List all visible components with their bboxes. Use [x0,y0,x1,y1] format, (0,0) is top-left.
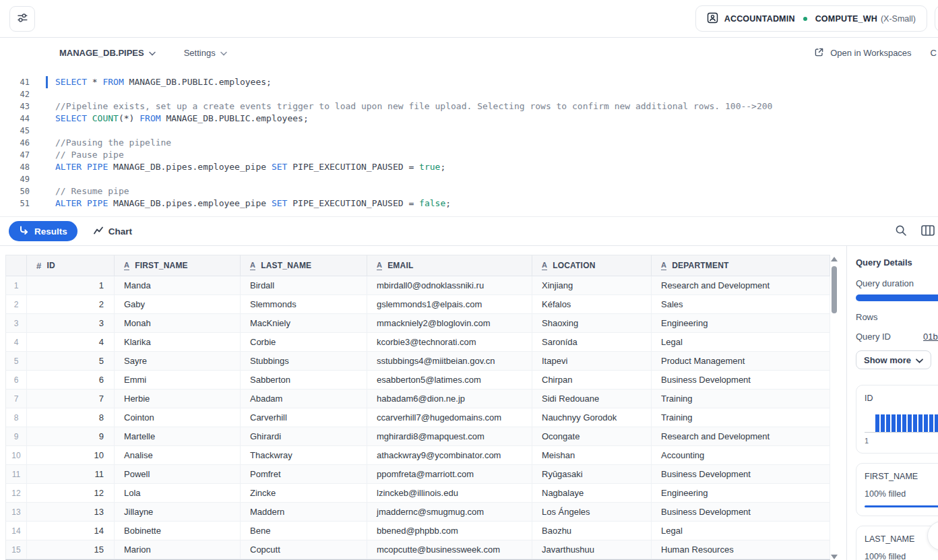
cell-department[interactable]: Engineering [652,484,830,503]
cell-id[interactable]: 14 [27,522,115,540]
cell-last_name[interactable]: Zincke [241,484,367,503]
corner-cell[interactable] [5,255,27,276]
cell-email[interactable]: lzinckeb@illinois.edu [367,484,532,503]
cell-email[interactable]: ccarverhill7@hugedomains.com [367,408,532,427]
cell-first_name[interactable]: Jillayne [115,503,241,522]
cell-location[interactable]: Chirpan [532,371,652,390]
cell-department[interactable]: Research and Development [652,427,830,446]
cell-department[interactable]: Product Management [652,352,830,371]
vertical-scrollbar[interactable] [831,255,838,557]
column-header-id[interactable]: #ID [27,255,115,276]
cutoff-action-label[interactable]: C [931,48,937,58]
cell-last_name[interactable]: Abadam [241,390,367,408]
cell-email[interactable]: athackwray9@ycombinator.com [367,446,532,465]
show-more-button[interactable]: Show more [856,350,931,369]
column-header-location[interactable]: ALOCATION [532,255,652,276]
cell-first_name[interactable]: Martelle [115,427,241,446]
display-options-button[interactable] [9,6,35,32]
cell-last_name[interactable]: Corbie [241,333,367,352]
cell-id[interactable]: 11 [27,465,115,484]
cell-location[interactable]: Shaoxing [532,314,652,333]
query-id-link[interactable]: 01be58c [923,332,938,342]
cell-first_name[interactable]: Bobinette [115,522,241,540]
cell-last_name[interactable]: Carverhill [241,408,367,427]
cell-last_name[interactable]: Birdall [241,276,367,295]
scroll-up-arrow-icon[interactable] [831,257,838,261]
cell-department[interactable]: Business Development [652,371,830,390]
cell-email[interactable]: habadam6@dion.ne.jp [367,390,532,408]
cell-last_name[interactable]: Slemmonds [241,295,367,314]
cell-location[interactable]: Kéfalos [532,295,652,314]
columns-button[interactable] [921,225,935,238]
cell-id[interactable]: 12 [27,484,115,503]
cell-location[interactable]: Saronída [532,333,652,352]
cell-id[interactable]: 4 [27,333,115,352]
scroll-down-arrow-icon[interactable] [831,555,838,559]
cell-id[interactable]: 5 [27,352,115,371]
cell-last_name[interactable]: Pomfret [241,465,367,484]
cell-first_name[interactable]: Klarika [115,333,241,352]
cell-first_name[interactable]: Monah [115,314,241,333]
cell-id[interactable]: 15 [27,540,115,559]
cell-id[interactable]: 10 [27,446,115,465]
cell-email[interactable]: bbened@phpbb.com [367,522,532,540]
cell-location[interactable]: Nagbalaye [532,484,652,503]
cell-location[interactable]: Ryūgasaki [532,465,652,484]
cell-first_name[interactable]: Cointon [115,408,241,427]
cell-first_name[interactable]: Marion [115,540,241,559]
cell-email[interactable]: mmackniely2@bloglovin.com [367,314,532,333]
cell-last_name[interactable]: Thackwray [241,446,367,465]
cell-last_name[interactable]: MacKniely [241,314,367,333]
cell-id[interactable]: 7 [27,390,115,408]
tab-results[interactable]: Results [9,221,77,241]
cell-email[interactable]: jmaddernc@smugmug.com [367,503,532,522]
cell-last_name[interactable]: Maddern [241,503,367,522]
cell-department[interactable]: Training [652,390,830,408]
cell-first_name[interactable]: Analise [115,446,241,465]
cell-last_name[interactable]: Bene [241,522,367,540]
cell-email[interactable]: mcopcutte@businessweek.com [367,540,532,559]
cutoff-topbar-button[interactable] [935,5,938,32]
cell-last_name[interactable]: Ghirardi [241,427,367,446]
open-in-workspaces-link[interactable]: Open in Workspaces [814,47,911,59]
cell-department[interactable]: Sales [652,295,830,314]
cell-email[interactable]: esabberton5@latimes.com [367,371,532,390]
cell-id[interactable]: 3 [27,314,115,333]
cell-department[interactable]: Training [652,408,830,427]
object-tab-dropdown[interactable]: MANAGE_DB.PIPES [59,48,156,58]
cell-location[interactable]: Los Ángeles [532,503,652,522]
cell-location[interactable]: Itapevi [532,352,652,371]
cell-location[interactable]: Sidi Redouane [532,390,652,408]
column-header-first_name[interactable]: AFIRST_NAME [115,255,241,276]
cell-id[interactable]: 13 [27,503,115,522]
cell-department[interactable]: Legal [652,333,830,352]
cell-email[interactable]: mbirdall0@odnoklassniki.ru [367,276,532,295]
cell-id[interactable]: 1 [27,276,115,295]
column-header-department[interactable]: ADEPARTMENT [652,255,830,276]
cell-id[interactable]: 2 [27,295,115,314]
cell-department[interactable]: Business Development [652,465,830,484]
cell-location[interactable]: Xinjiang [532,276,652,295]
cell-location[interactable]: Meishan [532,446,652,465]
column-stats-card-last-name[interactable]: LAST_NAME 100% filled [856,526,938,560]
cell-location[interactable]: Ocongate [532,427,652,446]
cell-last_name[interactable]: Stubbings [241,352,367,371]
cell-email[interactable]: sstubbings4@miitbeian.gov.cn [367,352,532,371]
search-button[interactable] [895,224,907,239]
cell-last_name[interactable]: Copcutt [241,540,367,559]
cell-first_name[interactable]: Gaby [115,295,241,314]
cell-department[interactable]: Human Resources [652,540,830,559]
cell-first_name[interactable]: Sayre [115,352,241,371]
cell-email[interactable]: gslemmonds1@elpais.com [367,295,532,314]
cell-first_name[interactable]: Emmi [115,371,241,390]
cell-department[interactable]: Research and Development [652,276,830,295]
cell-location[interactable]: Javarthushuu [532,540,652,559]
column-stats-card-first-name[interactable]: FIRST_NAME 100% filled [856,463,938,516]
cell-first_name[interactable]: Powell [115,465,241,484]
cell-location[interactable]: Baozhu [532,522,652,540]
cell-email[interactable]: ppomfreta@marriott.com [367,465,532,484]
column-header-email[interactable]: AEMAIL [367,255,532,276]
cell-id[interactable]: 9 [27,427,115,446]
cell-department[interactable]: Legal [652,522,830,540]
cell-email[interactable]: kcorbie3@technorati.com [367,333,532,352]
